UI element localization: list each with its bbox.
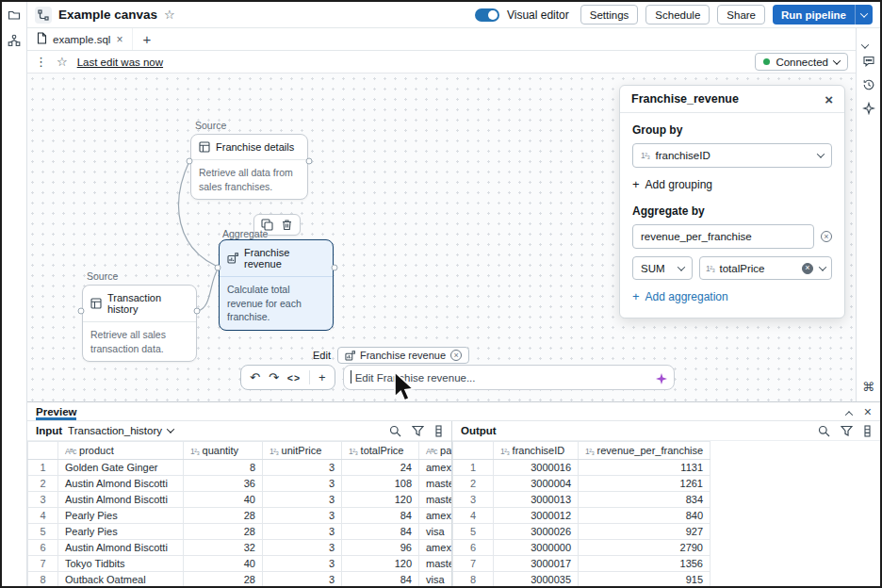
search-icon[interactable]	[389, 425, 401, 437]
port-revenue-left[interactable]	[215, 265, 221, 271]
column-header-product[interactable]: Aᴮᴄ product	[58, 442, 184, 460]
filter-icon[interactable]	[841, 425, 853, 437]
column-header-totalPrice[interactable]: 1²₃ totalPrice	[342, 442, 419, 460]
share-button[interactable]: Share	[717, 5, 765, 24]
collapse-panel-icon[interactable]	[846, 403, 852, 420]
star-icon[interactable]: ☆	[57, 55, 68, 69]
table-row: 53000026927	[453, 524, 710, 540]
tab-example-sql[interactable]: example.sql ×	[27, 28, 133, 50]
cell-quantity: 36	[184, 476, 263, 492]
cell-paymentMethod: visa	[419, 524, 452, 540]
column-header-paymentMethod[interactable]: Aᴮᴄ paymentMethod	[419, 442, 452, 460]
tab-close-icon[interactable]: ×	[116, 33, 122, 46]
cell-franchiseID: 3000004	[494, 476, 579, 492]
add-grouping-link[interactable]: + Add grouping	[632, 177, 832, 191]
number-type-icon: 1²₃	[706, 264, 715, 273]
chevron-down-icon	[833, 57, 841, 64]
column-header-revenue_per_franchise[interactable]: 1²₃ revenue_per_franchise	[579, 442, 710, 460]
kebab-menu-icon[interactable]: ⋮	[35, 55, 47, 69]
cell-product: Outback Oatmeal	[58, 572, 184, 587]
chevron-down-icon	[817, 150, 825, 157]
add-node-button[interactable]: +	[318, 370, 326, 384]
node-description: Calculate total revenue for each franchi…	[220, 276, 333, 330]
node-title: Franchise revenue	[244, 247, 325, 270]
cell-quantity: 40	[184, 556, 263, 572]
group-by-select[interactable]: 1²₃ franchiseID	[632, 143, 832, 168]
redo-icon[interactable]: ↷	[269, 370, 279, 384]
history-icon[interactable]	[862, 78, 875, 95]
node-transaction-history[interactable]: Transaction history Retrieve all sales t…	[82, 285, 197, 362]
cell-totalPrice: 120	[342, 556, 419, 572]
input-source-value: Transaction_history	[68, 425, 162, 436]
filter-icon[interactable]	[412, 425, 424, 437]
cell-franchiseID: 3000017	[494, 556, 579, 572]
search-icon[interactable]	[818, 425, 830, 437]
aggregate-function-select[interactable]: SUM	[632, 256, 693, 280]
cell-paymentMethod: amex	[419, 508, 452, 524]
comments-icon[interactable]	[862, 55, 875, 72]
keyboard-shortcuts-icon[interactable]: ⌘	[862, 380, 874, 394]
header-row: 1²₃ franchiseID1²₃ revenue_per_franchise	[453, 442, 710, 460]
input-source-dropdown[interactable]: Transaction_history	[68, 425, 173, 436]
edit-context-chip[interactable]: Franchise revenue	[337, 347, 469, 364]
visual-editor-toggle[interactable]	[475, 8, 499, 22]
cell-product: Pearly Pies	[58, 508, 184, 524]
run-pipeline-button[interactable]: Run pipeline	[773, 5, 873, 24]
run-pipeline-dropdown[interactable]	[855, 5, 873, 24]
aggregation-name-input[interactable]: revenue_per_franchise	[632, 224, 814, 249]
schedule-button[interactable]: Schedule	[645, 5, 710, 24]
pipeline-icon	[35, 7, 52, 24]
table-row: 130000161131	[453, 460, 710, 476]
add-aggregation-link[interactable]: + Add aggregation	[632, 289, 832, 303]
folder-icon[interactable]	[8, 8, 21, 25]
port-revenue-right[interactable]	[332, 265, 338, 271]
new-tab-button[interactable]: +	[133, 31, 160, 47]
number-type-icon: 1²₃	[500, 447, 510, 456]
aggregate-column-select[interactable]: 1²₃ totalPrice	[699, 256, 832, 280]
favorite-star-icon[interactable]: ☆	[164, 8, 175, 22]
settings-button[interactable]: Settings	[580, 5, 639, 24]
column-profile-icon[interactable]	[863, 425, 872, 437]
node-franchise-revenue[interactable]: Franchise revenue Calculate total revenu…	[219, 239, 334, 331]
chevron-down-icon	[678, 263, 685, 270]
connected-dropdown[interactable]: Connected	[755, 53, 848, 71]
column-header-franchiseID[interactable]: 1²₃ franchiseID	[494, 442, 579, 460]
close-icon[interactable]: ×	[825, 91, 833, 107]
cell-franchiseID: 3000035	[494, 572, 579, 587]
cell-unitPrice: 3	[263, 508, 342, 524]
close-panel-icon[interactable]: ×	[864, 404, 872, 419]
cell-revenue_per_franchise: 1356	[579, 556, 710, 572]
number-type-icon: 1²₃	[349, 447, 358, 456]
number-type-icon: 1²₃	[641, 151, 650, 160]
remove-chip-icon[interactable]	[450, 350, 462, 361]
pipeline-canvas[interactable]: Source Franchise details Retrieve all da…	[27, 74, 856, 401]
port-details-left[interactable]	[187, 158, 193, 165]
port-details-right[interactable]	[306, 158, 313, 165]
column-header-unitPrice[interactable]: 1²₃ unitPrice	[263, 442, 342, 460]
cell-unitPrice: 3	[263, 556, 342, 572]
row-number: 1	[453, 460, 494, 476]
collapse-chevron-icon[interactable]	[862, 36, 868, 53]
aggregate-function-value: SUM	[641, 263, 665, 274]
code-view-icon[interactable]: <>	[287, 372, 301, 384]
trash-icon[interactable]	[281, 219, 293, 231]
port-transaction-right[interactable]	[194, 308, 201, 315]
undo-icon[interactable]: ↶	[250, 370, 260, 384]
cell-unitPrice: 3	[263, 460, 342, 476]
last-edit-link[interactable]: Last edit was now	[77, 57, 163, 68]
assistant-sparkle-icon[interactable]	[862, 102, 875, 119]
data-grid: 1²₃ franchiseID1²₃ revenue_per_franchise…	[452, 441, 710, 586]
tab-preview[interactable]: Preview	[36, 402, 76, 420]
port-transaction-left[interactable]	[78, 308, 85, 315]
row-number: 3	[453, 492, 494, 508]
lineage-icon[interactable]	[8, 34, 21, 51]
number-type-icon: 1²₃	[585, 447, 595, 456]
config-panel-title: Franchise_revenue	[631, 92, 739, 106]
node-title: Franchise details	[216, 141, 294, 153]
cell-revenue_per_franchise: 927	[579, 524, 710, 540]
column-header-quantity[interactable]: 1²₃ quantity	[184, 442, 263, 460]
column-profile-icon[interactable]	[434, 425, 443, 437]
clear-column-icon[interactable]	[802, 263, 813, 274]
node-franchise-details[interactable]: Franchise details Retrieve all data from…	[190, 134, 308, 200]
remove-aggregation-icon[interactable]	[821, 231, 832, 242]
